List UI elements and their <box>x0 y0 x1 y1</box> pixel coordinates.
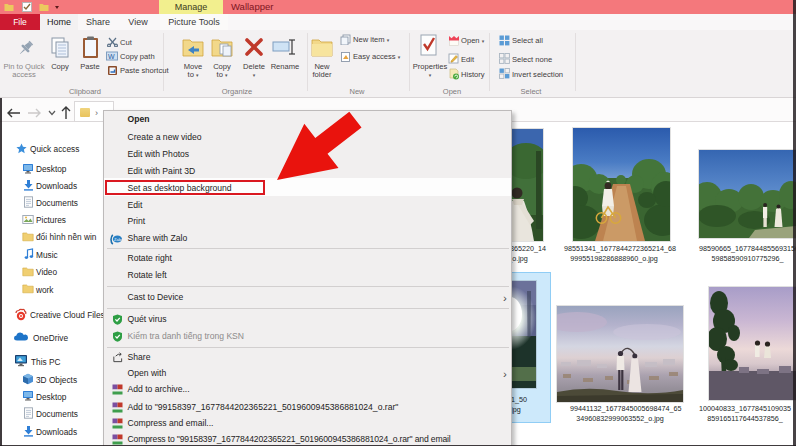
svg-text:W: W <box>108 53 115 60</box>
svg-text:Zalo: Zalo <box>114 237 123 242</box>
